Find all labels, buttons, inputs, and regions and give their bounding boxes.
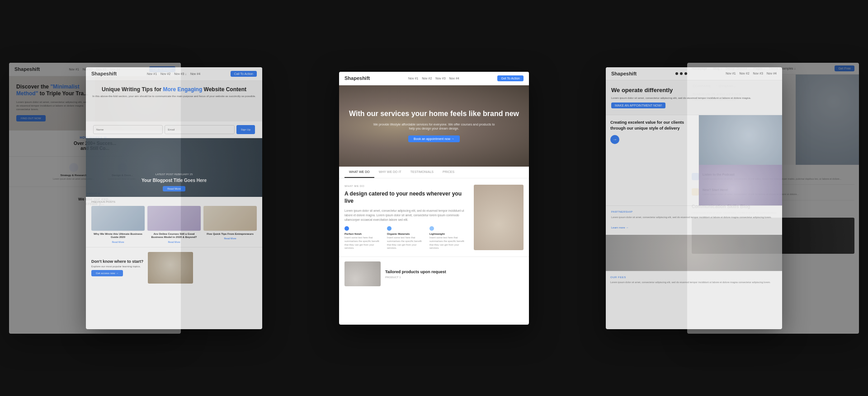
ml-read-more-btn[interactable]: Read More <box>163 186 185 191</box>
ml-nav-3[interactable]: Nov #3 ↓ <box>174 72 187 75</box>
ml-post-title: Your Blogpost Title Goes Here <box>91 177 257 183</box>
center-product-image <box>474 185 524 251</box>
screen-mid-left: Shapeshift Nov #1 Nov #2 Nov #3 ↓ Nov #4… <box>86 67 262 329</box>
center-section-heading: A design catered to your needs wherever … <box>344 190 468 205</box>
tab-prices[interactable]: PRICES <box>438 167 459 178</box>
ml-email-input[interactable] <box>165 125 234 134</box>
mr-two-col: Creating excelent value for our clients … <box>606 115 782 205</box>
ml-post-link-3[interactable]: Read More <box>203 237 257 240</box>
tab-what-we-do[interactable]: WHAT WE DO <box>344 167 374 178</box>
perfect-finish-icon <box>344 226 349 231</box>
mr-logo: Shapeshift <box>611 71 637 76</box>
organic-icon <box>387 226 392 231</box>
fr-nav-cta[interactable]: Get Free <box>835 65 854 71</box>
ml-hero-body: In this above-the-fold section, your aim… <box>91 95 257 98</box>
mr-partnership: PARTNERSHIP Lorem ipsum dolor sit amet, … <box>606 205 782 234</box>
mr-hero-body: Lorem ipsum dolor sit amet, consectetur … <box>611 96 777 100</box>
mr-right-col <box>699 115 783 205</box>
mid-left-cta[interactable]: Call To Action <box>231 71 257 77</box>
lw-title: Lightweight <box>429 233 468 235</box>
c-nav-1[interactable]: Nov #1 <box>408 77 418 80</box>
center-logo: Shapeshift <box>344 75 370 81</box>
far-left-logo: Shapeshift <box>14 66 40 72</box>
pf-text: Insert some text here that summarises th… <box>344 236 383 250</box>
c-nav-3[interactable]: Nov #3 <box>435 77 445 80</box>
far-left-body: Lorem ipsum dolor sit amet, consectetur … <box>16 100 89 112</box>
mid-left-form: Sign Up <box>86 121 262 138</box>
mr-nav-2[interactable]: Nov #2 <box>739 72 749 75</box>
screen-mid-right: Shapeshift Nov #1 Nov #2 Nov #3 Nov #4 W… <box>606 67 782 329</box>
ml-cta-section: Don't know where to start? Explore our m… <box>86 247 262 288</box>
center-hero-btn[interactable]: Book an appointment now → <box>408 135 460 142</box>
mr-left-col: Creating excelent value for our clients … <box>606 115 699 205</box>
center-nav-links: Nov #1 Nov #2 Nov #3 Nov #4 <box>408 77 459 80</box>
ml-post-img-3 <box>203 206 257 231</box>
product-subtext: PRODUCT 1 <box>385 276 446 279</box>
center-hero-heading: With our services your home feels like b… <box>349 109 519 119</box>
mr-learn-more-link[interactable]: Learn more → <box>611 226 628 229</box>
c-nav-4[interactable]: Nov #4 <box>449 77 459 80</box>
fr-hero-image <box>796 75 859 165</box>
center-section-label: WHAT WE DO <box>344 185 468 187</box>
mr-image-3 <box>606 235 782 271</box>
ml-post-card-2: Are Online Courses Still a Good Business… <box>147 206 201 244</box>
product-heading: Tailored products upon request <box>385 270 446 274</box>
mr-partnership-text: Lorem ipsum dolor sit amet, consectetur … <box>611 215 777 219</box>
ml-prev-label: PREVIOUS POSTS <box>91 200 257 203</box>
far-left-find-btn[interactable]: FIND OUT NOW <box>16 115 46 121</box>
center-nav: Shapeshift Nov #1 Nov #2 Nov #3 Nov #4 G… <box>339 72 529 85</box>
ml-nav-1[interactable]: Nov #1 <box>147 72 157 75</box>
mr-hero-btn[interactable]: MAKE AN APPOINTMENT NOW! <box>611 102 665 108</box>
dot-2 <box>680 72 683 75</box>
mr-nav-links: Nov #1 Nov #2 Nov #3 Nov #4 <box>726 72 777 75</box>
ml-cta-text: Don't know where to start? Explore our m… <box>91 259 143 276</box>
ml-cta-btn[interactable]: Get access now → <box>91 270 123 276</box>
mr-nav-4[interactable]: Nov #4 <box>767 72 777 75</box>
dot-3 <box>684 72 687 75</box>
org-text: Insert some text here that summarises th… <box>387 236 426 250</box>
ml-post-img-2 <box>147 206 201 231</box>
strategy-icon <box>69 163 78 172</box>
nav-link-1[interactable]: Nov #1 <box>69 68 79 71</box>
mr-hero-heading: We operate differently <box>611 87 777 94</box>
ml-cta-body: Explore our most popular learning topics… <box>91 265 143 268</box>
mr-nav-3[interactable]: Nov #3 <box>753 72 763 75</box>
center-product-section: Tailored products upon request PRODUCT 1 <box>339 256 529 291</box>
ml-name-input[interactable] <box>93 125 163 134</box>
ml-post-title-2: Are Online Courses Still a Good Business… <box>147 233 201 240</box>
far-left-heading: Discover the "Minimalist Method" to Trip… <box>16 84 98 98</box>
ml-post-link-1[interactable]: Read More <box>91 241 145 243</box>
mr-fees-section: OUR FEES Lorem ipsum dolor sit amet, con… <box>606 271 782 289</box>
center-hero-body: We provide lifestyle affordable services… <box>371 122 497 131</box>
ml-post-title-1: Why We Wrote this Ultimate Business Guid… <box>91 233 145 240</box>
center-cta-nav[interactable]: Get To Action <box>497 75 524 81</box>
mid-left-nav: Shapeshift Nov #1 Nov #2 Nov #3 ↓ Nov #4… <box>86 67 262 81</box>
ml-post-link-2[interactable]: Read More <box>147 241 201 243</box>
ml-post-card-1: Why We Wrote this Ultimate Business Guid… <box>91 206 145 244</box>
ml-signup-btn[interactable]: Sign Up <box>236 125 255 134</box>
mid-left-logo: Shapeshift <box>91 71 117 76</box>
tab-testimonials[interactable]: TESTIMONIALS <box>406 167 438 178</box>
org-title: Organic Materials <box>387 233 426 235</box>
center-features: Perfect finish Insert some text here tha… <box>344 226 468 250</box>
screen-center: Shapeshift Nov #1 Nov #2 Nov #3 Nov #4 G… <box>339 72 529 325</box>
center-main-content: WHAT WE DO A design catered to your need… <box>339 178 529 257</box>
ml-post-img-1 <box>91 206 145 231</box>
c-nav-2[interactable]: Nov #2 <box>422 77 432 80</box>
ml-cta-heading: Don't know where to start? <box>91 259 143 264</box>
mid-right-nav: Shapeshift Nov #1 Nov #2 Nov #3 Nov #4 <box>606 67 782 80</box>
ml-cta-image <box>148 252 193 284</box>
mr-partnership-label: PARTNERSHIP <box>611 210 777 213</box>
ml-nav-4[interactable]: Nov #4 <box>190 72 200 75</box>
mid-left-hero: Unique Writing Tips for More Engaging We… <box>86 81 262 121</box>
mr-nav-1[interactable]: Nov #1 <box>726 72 736 75</box>
lightweight-icon <box>429 226 434 231</box>
tab-why-we-do[interactable]: WHY WE DO IT <box>374 167 406 178</box>
ml-nav-2[interactable]: Nov #2 <box>160 72 170 75</box>
center-text-block: WHAT WE DO A design catered to your need… <box>344 185 468 251</box>
ml-post-grid: Why We Wrote this Ultimate Business Guid… <box>91 206 257 244</box>
mr-fees-label: OUR FEES <box>610 276 778 279</box>
ml-post-overlay: LATEST POST FEBRUARY 25 Your Blogpost Ti… <box>86 168 262 197</box>
dot-1 <box>675 72 678 75</box>
mr-fees-text: Lorem ipsum dolor sit amet, consectetur … <box>610 280 778 284</box>
